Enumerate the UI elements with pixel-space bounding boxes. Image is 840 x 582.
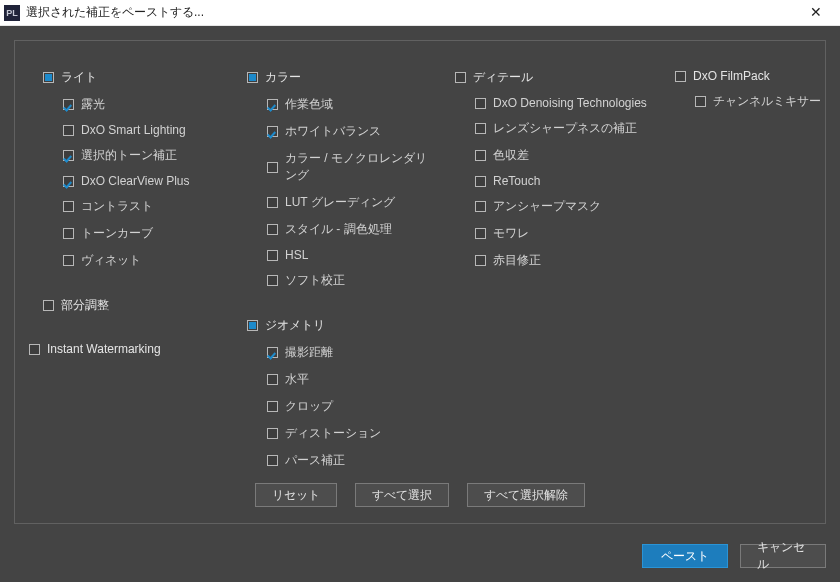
group-local-label: 部分調整	[61, 297, 109, 314]
list-item: DxO ClearView Plus	[63, 174, 233, 188]
item-label: アンシャープマスク	[493, 198, 601, 215]
item-label: HSL	[285, 248, 308, 262]
paste-button[interactable]: ペースト	[642, 544, 728, 568]
group-color-items: 作業色域ホワイトバランスカラー / モノクロレンダリングLUT グレーディングス…	[247, 96, 437, 289]
item-label: DxO ClearView Plus	[81, 174, 189, 188]
item-checkbox[interactable]	[475, 176, 486, 187]
item-checkbox[interactable]	[63, 201, 74, 212]
item-checkbox[interactable]	[63, 150, 74, 161]
group-filmpack-label: DxO FilmPack	[693, 69, 770, 83]
item-label: 撮影距離	[285, 344, 333, 361]
item-checkbox[interactable]	[475, 98, 486, 109]
list-item: LUT グレーディング	[267, 194, 437, 211]
item-checkbox[interactable]	[267, 374, 278, 385]
group-local-checkbox[interactable]	[43, 300, 54, 311]
item-label: ヴィネット	[81, 252, 141, 269]
item-label: 色収差	[493, 147, 529, 164]
item-checkbox[interactable]	[63, 99, 74, 110]
item-checkbox[interactable]	[267, 162, 278, 173]
item-checkbox[interactable]	[267, 347, 278, 358]
group-light: ライト 露光DxO Smart Lighting選択的トーン補正DxO Clea…	[43, 69, 233, 269]
item-checkbox[interactable]	[475, 201, 486, 212]
list-item: 撮影距離	[267, 344, 437, 361]
list-item: ReTouch	[475, 174, 655, 188]
list-item: パース補正	[267, 452, 437, 469]
group-local: 部分調整	[43, 297, 233, 314]
list-item: 色収差	[475, 147, 655, 164]
item-checkbox[interactable]	[267, 126, 278, 137]
group-detail-checkbox[interactable]	[455, 72, 466, 83]
item-label: パース補正	[285, 452, 345, 469]
item-checkbox[interactable]	[267, 401, 278, 412]
group-light-items: 露光DxO Smart Lighting選択的トーン補正DxO ClearVie…	[43, 96, 233, 269]
item-label: DxO Smart Lighting	[81, 123, 186, 137]
item-label: レンズシャープネスの補正	[493, 120, 637, 137]
item-checkbox[interactable]	[695, 96, 706, 107]
item-checkbox[interactable]	[475, 228, 486, 239]
item-label: ReTouch	[493, 174, 540, 188]
item-label: ソフト校正	[285, 272, 345, 289]
list-item: アンシャープマスク	[475, 198, 655, 215]
item-checkbox[interactable]	[267, 455, 278, 466]
group-watermarking-checkbox[interactable]	[29, 344, 40, 355]
list-item: DxO Smart Lighting	[63, 123, 233, 137]
item-checkbox[interactable]	[475, 123, 486, 134]
group-watermarking-label: Instant Watermarking	[47, 342, 161, 356]
reset-button[interactable]: リセット	[255, 483, 337, 507]
close-button[interactable]: ✕	[798, 0, 834, 26]
group-detail-label: ディテール	[473, 69, 533, 86]
item-checkbox[interactable]	[267, 275, 278, 286]
group-geometry-items: 撮影距離水平クロップディストーションパース補正	[247, 344, 437, 469]
titlebar: PL 選択された補正をペーストする... ✕	[0, 0, 840, 26]
list-item: HSL	[267, 248, 437, 262]
item-label: チャンネルミキサー	[713, 93, 821, 110]
group-color-checkbox[interactable]	[247, 72, 258, 83]
item-label: 水平	[285, 371, 309, 388]
list-item: 露光	[63, 96, 233, 113]
item-checkbox[interactable]	[267, 224, 278, 235]
item-label: 作業色域	[285, 96, 333, 113]
list-item: ディストーション	[267, 425, 437, 442]
list-item: トーンカーブ	[63, 225, 233, 242]
group-watermarking: Instant Watermarking	[29, 342, 233, 356]
list-item: 選択的トーン補正	[63, 147, 233, 164]
select-all-button[interactable]: すべて選択	[355, 483, 449, 507]
deselect-all-button[interactable]: すべて選択解除	[467, 483, 585, 507]
item-checkbox[interactable]	[63, 255, 74, 266]
group-geometry-label: ジオメトリ	[265, 317, 325, 334]
list-item: カラー / モノクロレンダリング	[267, 150, 437, 184]
group-filmpack-checkbox[interactable]	[675, 71, 686, 82]
group-color-label: カラー	[265, 69, 301, 86]
item-checkbox[interactable]	[267, 99, 278, 110]
item-checkbox[interactable]	[267, 250, 278, 261]
group-light-checkbox[interactable]	[43, 72, 54, 83]
item-label: コントラスト	[81, 198, 153, 215]
item-checkbox[interactable]	[63, 176, 74, 187]
list-item: DxO Denoising Technologies	[475, 96, 655, 110]
list-item: ホワイトバランス	[267, 123, 437, 140]
item-label: スタイル - 調色処理	[285, 221, 392, 238]
options-panel: ライト 露光DxO Smart Lighting選択的トーン補正DxO Clea…	[14, 40, 826, 524]
item-label: DxO Denoising Technologies	[493, 96, 647, 110]
list-item: ソフト校正	[267, 272, 437, 289]
cancel-button[interactable]: キャンセル	[740, 544, 826, 568]
item-checkbox[interactable]	[475, 255, 486, 266]
list-item: ヴィネット	[63, 252, 233, 269]
group-filmpack: DxO FilmPack チャンネルミキサー	[675, 69, 825, 110]
item-checkbox[interactable]	[63, 228, 74, 239]
item-label: カラー / モノクロレンダリング	[285, 150, 437, 184]
item-label: 赤目修正	[493, 252, 541, 269]
group-geometry-checkbox[interactable]	[247, 320, 258, 331]
dialog-body: ライト 露光DxO Smart Lighting選択的トーン補正DxO Clea…	[0, 26, 840, 582]
list-item: スタイル - 調色処理	[267, 221, 437, 238]
item-label: ディストーション	[285, 425, 381, 442]
item-checkbox[interactable]	[475, 150, 486, 161]
list-item: チャンネルミキサー	[695, 93, 825, 110]
item-checkbox[interactable]	[267, 197, 278, 208]
item-checkbox[interactable]	[267, 428, 278, 439]
app-icon: PL	[4, 5, 20, 21]
list-item: レンズシャープネスの補正	[475, 120, 655, 137]
window-title: 選択された補正をペーストする...	[26, 4, 798, 21]
item-checkbox[interactable]	[63, 125, 74, 136]
list-item: クロップ	[267, 398, 437, 415]
